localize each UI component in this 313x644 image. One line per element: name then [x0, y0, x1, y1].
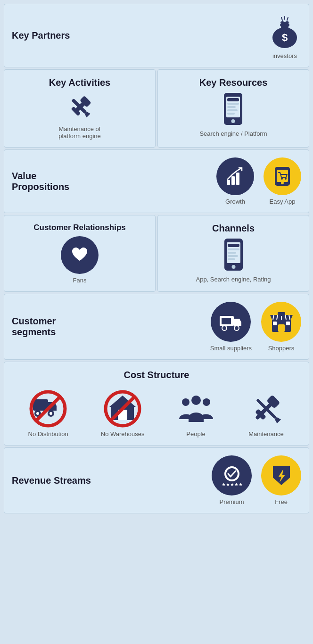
customer-segments-title: Customer segments — [12, 316, 92, 338]
key-partners-section: Key Partners $ investors — [4, 4, 309, 67]
shoppers-label: Shoppers — [268, 345, 295, 352]
fans-label: Fans — [73, 277, 87, 284]
investors-item: $ investors — [268, 12, 301, 59]
easy-app-label: Easy App — [270, 198, 296, 205]
key-activities-section: Key Activities Maintenance — [4, 69, 156, 148]
shoppers-item: Shoppers — [261, 302, 301, 352]
value-props-icons: Growth Easy App — [216, 157, 301, 205]
small-suppliers-label: Small suppliers — [210, 345, 252, 352]
svg-rect-20 — [227, 180, 230, 185]
activities-resources-row: Key Activities Maintenance — [4, 69, 309, 148]
svg-rect-32 — [228, 252, 236, 254]
svg-rect-41 — [278, 312, 285, 316]
tools-icon-cost — [247, 390, 285, 428]
free-label: Free — [275, 498, 288, 505]
key-activities-title: Key Activities — [49, 77, 110, 88]
shop-icon — [269, 310, 294, 334]
svg-line-4 — [281, 17, 282, 20]
no-warehouses-icon — [104, 390, 141, 428]
channels-item: App, Search engine, Rating — [196, 238, 271, 283]
growth-icon-circle — [216, 157, 254, 195]
search-engine-item: Search engine / Platform — [199, 92, 267, 137]
people-label: People — [186, 430, 205, 438]
easy-app-icon — [272, 166, 293, 187]
free-icon — [270, 464, 293, 487]
investors-label: investors — [272, 52, 297, 59]
growth-item: Growth — [216, 157, 254, 205]
svg-rect-14 — [227, 98, 239, 101]
maintenance-cost-item: Maintenance — [247, 390, 285, 438]
tools-icon — [65, 92, 95, 123]
mobile-icon-resources — [220, 92, 246, 127]
growth-chart-icon — [225, 166, 246, 187]
svg-rect-43 — [273, 322, 277, 325]
svg-rect-15 — [227, 103, 239, 105]
channels-label: App, Search engine, Rating — [196, 276, 271, 283]
easy-app-item: Easy App — [264, 157, 301, 205]
customer-relationships-section: Customer Relationships Fans — [4, 215, 156, 292]
heart-icon — [70, 246, 89, 264]
mobile-icon-channels — [221, 238, 247, 273]
svg-rect-44 — [286, 322, 290, 325]
value-propositions-section: Value Propositions Growth — [4, 149, 309, 213]
free-item: Free — [261, 455, 301, 505]
svg-rect-21 — [231, 176, 235, 185]
svg-rect-30 — [228, 244, 239, 247]
svg-line-6 — [287, 17, 288, 20]
premium-icon: ★★★★★ — [220, 463, 244, 488]
people-item: People — [177, 390, 215, 438]
value-propositions-title: Value Propositions — [12, 171, 87, 192]
svg-point-58 — [182, 398, 189, 406]
search-engine-label: Search engine / Platform — [199, 130, 267, 137]
svg-text:$: $ — [282, 32, 288, 43]
svg-rect-22 — [236, 173, 239, 185]
cost-structure-title: Cost Structure — [124, 370, 189, 380]
maintenance-item: Maintenance of platform engine — [51, 92, 108, 140]
no-distribution-item: No Distribution — [28, 390, 68, 438]
segments-icons: Small suppliers — [210, 302, 301, 352]
small-suppliers-icon-circle — [211, 302, 251, 342]
svg-rect-34 — [228, 258, 235, 260]
premium-item: ★★★★★ Premium — [212, 455, 252, 505]
revenue-streams-title: Revenue Streams — [12, 475, 91, 486]
svg-point-38 — [234, 326, 239, 330]
svg-point-57 — [191, 396, 201, 405]
svg-rect-17 — [227, 109, 238, 111]
fans-icon-circle — [61, 236, 99, 274]
svg-rect-16 — [227, 106, 236, 108]
easy-app-icon-circle — [264, 157, 301, 195]
maintenance-cost-label: Maintenance — [248, 430, 283, 438]
svg-point-19 — [231, 119, 235, 123]
channels-title: Channels — [212, 223, 255, 234]
svg-point-49 — [49, 412, 52, 415]
svg-point-37 — [222, 326, 227, 330]
premium-label: Premium — [219, 498, 244, 505]
shoppers-icon-circle — [261, 302, 301, 342]
premium-icon-circle: ★★★★★ — [212, 455, 252, 495]
money-bag-icon: $ — [268, 12, 301, 50]
free-icon-circle — [261, 455, 301, 495]
no-distribution-icon — [29, 390, 67, 428]
key-partners-title: Key Partners — [12, 30, 70, 41]
people-icon — [177, 390, 215, 428]
svg-point-48 — [36, 412, 39, 415]
svg-rect-42 — [278, 324, 285, 332]
svg-rect-18 — [227, 113, 235, 115]
customer-relationships-title: Customer Relationships — [33, 223, 126, 232]
no-warehouses-item: No Warehouses — [101, 390, 145, 438]
svg-point-25 — [281, 178, 283, 180]
small-suppliers-item: Small suppliers — [210, 302, 252, 352]
no-distribution-label: No Distribution — [28, 430, 68, 438]
svg-rect-33 — [228, 255, 238, 257]
svg-text:★★★★★: ★★★★★ — [221, 482, 242, 487]
customer-segments-section: Customer segments Small suppliers — [4, 294, 309, 360]
key-resources-section: Key Resources Search engine / Platfor — [157, 69, 309, 148]
truck-icon — [219, 312, 243, 332]
svg-rect-31 — [228, 248, 239, 250]
svg-rect-39 — [222, 318, 231, 324]
svg-point-35 — [231, 265, 235, 269]
key-resources-title: Key Resources — [199, 77, 268, 88]
svg-point-26 — [285, 178, 287, 180]
maintenance-label: Maintenance of platform engine — [51, 125, 108, 140]
bmc-canvas: Key Partners $ investors — [0, 0, 313, 517]
